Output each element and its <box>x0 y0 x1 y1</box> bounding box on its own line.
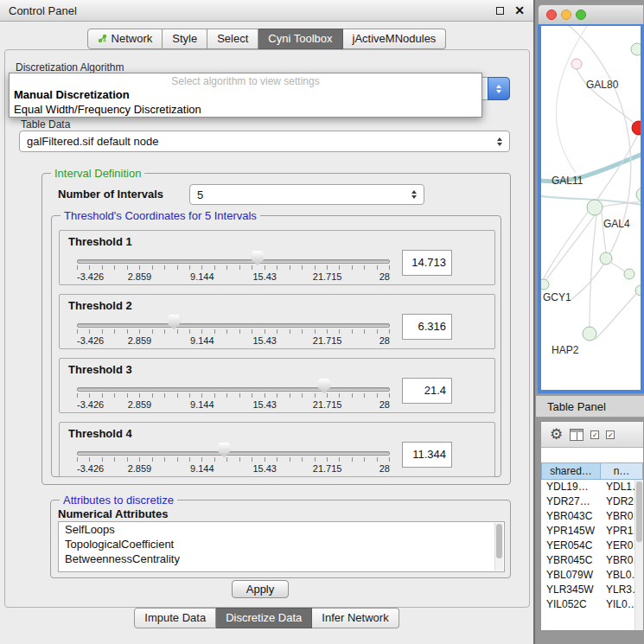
network-icon <box>98 34 107 43</box>
table-cell[interactable]: YER0… <box>601 539 634 553</box>
slider-track[interactable] <box>77 259 390 264</box>
network-node[interactable] <box>631 43 641 55</box>
gear-icon[interactable]: ⚙ <box>550 427 563 442</box>
slider-ticks <box>77 393 390 398</box>
top-tab-bar: NetworkStyleSelectCyni ToolboxjActiveMNo… <box>0 29 533 49</box>
threshold-slider[interactable]: -3.4262.8599.14415.4321.71528 <box>77 252 390 284</box>
select-none-checkbox-icon[interactable]: ✓ <box>606 430 615 439</box>
tab-jactivemnodules[interactable]: jActiveMNodules <box>343 29 447 49</box>
table-row[interactable]: YER054CYER0… <box>541 539 634 553</box>
network-view-window: GAL80GAL11GAL4GCY1HAP2 <box>538 4 644 393</box>
tab-label: Discretize Data <box>226 611 302 624</box>
interval-definition-group: Interval Definition Number of Intervals … <box>41 173 511 485</box>
threshold-slider[interactable]: -3.4262.8599.14415.4321.71528 <box>77 316 390 348</box>
list-scrollbar[interactable] <box>494 523 503 571</box>
table-rows: YDL19…YDL1…YDR27…YDR2…YBR043CYBR0…YPR145… <box>541 480 634 630</box>
list-item[interactable]: BetweennessCentrality <box>59 552 504 566</box>
network-edge <box>545 215 595 282</box>
network-canvas[interactable]: GAL80GAL11GAL4GCY1HAP2 <box>541 26 641 390</box>
table-row[interactable]: YBL079WYBL0… <box>541 568 634 583</box>
tab-infer-network[interactable]: Infer Network <box>312 608 399 628</box>
network-node[interactable] <box>583 327 596 341</box>
table-cell[interactable]: YLR345W <box>541 583 601 597</box>
table-cell[interactable]: YDR27… <box>541 494 601 509</box>
tab-network[interactable]: Network <box>87 29 163 49</box>
table-cell[interactable]: YPR1… <box>601 524 634 539</box>
table-cell[interactable]: YBR043C <box>541 509 601 524</box>
close-traffic-light-icon[interactable] <box>546 10 557 20</box>
threshold-slider[interactable]: -3.4262.8599.14415.4321.71528 <box>77 379 390 412</box>
zoom-traffic-light-icon[interactable] <box>576 10 586 20</box>
scale-label: 2.859 <box>128 399 152 410</box>
table-data-combobox[interactable]: galFiltered.sif default node <box>19 131 510 152</box>
chevron-up-icon <box>496 85 501 88</box>
combo-dropdown-button[interactable] <box>488 77 510 100</box>
table-row[interactable]: YBR045CYBR0… <box>541 553 634 568</box>
table-row[interactable]: YBR043CYBR0… <box>541 509 634 524</box>
list-item[interactable]: SelfLoops <box>59 522 504 537</box>
tab-label: Cyni Toolbox <box>268 32 332 45</box>
table-row[interactable]: YLR345WYLR3… <box>541 583 634 597</box>
table-cell[interactable]: YBL079W <box>541 568 601 583</box>
table-cell[interactable]: YBR0… <box>601 509 634 524</box>
float-window-icon[interactable] <box>496 7 504 15</box>
minimize-traffic-light-icon[interactable] <box>561 10 571 20</box>
slider-track[interactable] <box>77 387 390 392</box>
network-node[interactable] <box>571 59 582 69</box>
table-cell[interactable]: YDL1… <box>601 480 634 494</box>
table-row[interactable]: YIL052CYIL0… <box>541 597 634 612</box>
threshold-slider[interactable]: -3.4262.8599.14415.4321.71528 <box>77 443 390 476</box>
apply-button[interactable]: Apply <box>232 580 289 598</box>
table-cell[interactable]: YBR0… <box>601 553 634 568</box>
table-cell[interactable]: YIL052C <box>541 597 601 612</box>
network-node[interactable] <box>587 200 603 215</box>
num-intervals-combobox[interactable]: 5 <box>189 184 424 205</box>
table-cell[interactable]: YBR045C <box>541 553 601 568</box>
close-icon[interactable]: ✕ <box>514 4 525 16</box>
scale-label: 9.144 <box>190 271 214 282</box>
threshold-value-field[interactable]: 14.713 <box>402 250 452 276</box>
threshold-value-field[interactable]: 11.344 <box>402 442 452 468</box>
tab-style[interactable]: Style <box>163 29 207 49</box>
network-edge <box>611 263 625 272</box>
table-cell[interactable]: YPR145W <box>541 524 601 539</box>
list-item[interactable]: TopologicalCoefficient <box>59 537 504 552</box>
slider-track[interactable] <box>77 323 390 328</box>
table-cell[interactable]: YER054C <box>541 539 601 553</box>
threshold-value-field[interactable]: 6.316 <box>402 314 452 340</box>
slider-track[interactable] <box>77 451 390 456</box>
tab-select[interactable]: Select <box>207 29 258 49</box>
threshold-value-field[interactable]: 21.4 <box>402 378 452 404</box>
spin-up-icon <box>411 190 417 194</box>
table-cell[interactable]: YLR3… <box>601 583 634 597</box>
num-intervals-label: Number of Intervals <box>58 188 163 201</box>
tab-impute-data[interactable]: Impute Data <box>134 608 216 628</box>
scrollbar-thumb[interactable] <box>496 524 502 558</box>
numerical-attributes-list[interactable]: SelfLoopsTopologicalCoefficientBetweenne… <box>58 521 505 572</box>
tab-cyni-toolbox[interactable]: Cyni Toolbox <box>258 29 342 49</box>
scale-label: 28 <box>379 335 390 346</box>
tab-discretize-data[interactable]: Discretize Data <box>216 608 312 628</box>
columns-icon[interactable] <box>570 429 583 441</box>
threshold-label: Threshold 1 <box>68 235 132 248</box>
scrollbar-thumb[interactable] <box>636 481 642 542</box>
network-node[interactable] <box>636 188 641 201</box>
table-row[interactable]: YPR145WYPR1… <box>541 524 634 539</box>
dropdown-item-equal-width-frequency[interactable]: Equal Width/Frequency Discretization <box>10 102 481 117</box>
table-cell[interactable]: YIL0… <box>601 597 634 612</box>
table-row[interactable]: YDL19…YDL1… <box>541 480 634 494</box>
network-node[interactable] <box>541 279 549 290</box>
select-all-checkbox-icon[interactable]: ✓ <box>590 430 599 439</box>
network-node[interactable] <box>624 269 634 279</box>
network-node[interactable] <box>600 252 612 265</box>
table-row[interactable]: YDR27…YDR2… <box>541 494 634 509</box>
column-header-name[interactable]: n… <box>601 462 643 480</box>
table-cell[interactable]: YBL0… <box>601 568 634 583</box>
spinner-arrows-icon[interactable] <box>411 190 417 199</box>
column-header-shared-name[interactable]: shared… <box>541 462 601 480</box>
table-cell[interactable]: YDR2… <box>601 494 634 509</box>
spinner-arrows-icon[interactable] <box>497 137 502 146</box>
table-cell[interactable]: YDL19… <box>541 480 601 494</box>
table-scrollbar[interactable] <box>634 480 643 630</box>
dropdown-item-manual-discretization[interactable]: Manual Discretization <box>10 87 481 102</box>
